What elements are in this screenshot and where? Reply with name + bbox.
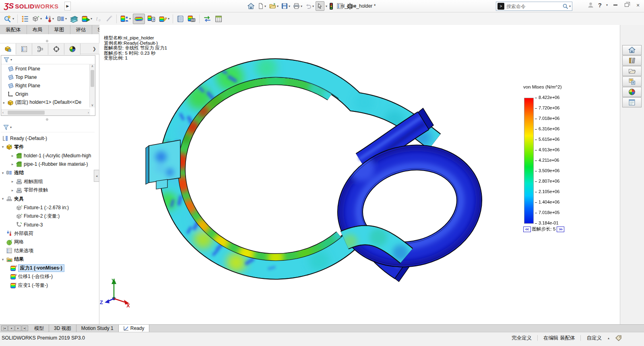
pipe-part[interactable]	[326, 108, 493, 282]
search-caret[interactable]: ▾	[569, 4, 571, 8]
filter-caret[interactable]: ▾	[10, 58, 12, 62]
study-item-fixture-3[interactable]: Fixture-3	[0, 220, 99, 229]
legend-label: 7.018e+06	[539, 116, 559, 121]
tab-featuremanager-tree[interactable]	[0, 43, 16, 55]
tab-motion-study-1[interactable]: Motion Study 1	[76, 325, 119, 332]
taskpane-custom-properties-button[interactable]	[622, 97, 642, 107]
user-account-icon[interactable]	[587, 2, 594, 8]
study-advisor-icon[interactable]: ▾	[2, 14, 15, 24]
status-customize[interactable]: 自定义	[586, 335, 602, 342]
search-input[interactable]	[506, 4, 562, 9]
parameters-icon[interactable]	[214, 14, 223, 24]
new-document-button[interactable]: ▾	[256, 1, 267, 11]
tab-assembly[interactable]: 装配体	[0, 25, 27, 34]
menu-expand-arrow[interactable]: ▶	[64, 2, 71, 10]
study-item-holder[interactable]: ▸ holder-1 (-Acrylic (Medium-high	[0, 151, 99, 160]
study-item-fixture-1[interactable]: Fixture-1 (:-2.678 in:)	[0, 203, 99, 212]
tab-evaluate[interactable]: 评估	[70, 25, 92, 34]
study-item-strain1[interactable]: ε 应变1 (-等量-)	[0, 281, 99, 290]
panel-tabs-overflow[interactable]: ❯	[80, 43, 99, 54]
study-group-parts[interactable]: ▾ ✓ 零件	[0, 143, 99, 152]
tab-study-ready[interactable]: Ready	[119, 325, 150, 332]
next-tab-button[interactable]: ▸	[15, 325, 21, 331]
flyout-horizontal-scrollbar[interactable]: ‹›	[1, 109, 90, 115]
panel-splitter-grip[interactable]	[46, 40, 48, 42]
taskpane-view-palette-button[interactable]	[622, 76, 642, 86]
study-group-external-loads[interactable]: 外部载荷	[0, 229, 99, 238]
tab-model[interactable]: 模型	[29, 325, 49, 332]
study-item-stress1[interactable]: σ 应力1 (-vonMises-)	[0, 264, 99, 273]
help-caret[interactable]: ▾	[606, 3, 608, 7]
print-button[interactable]: ▾	[292, 1, 303, 11]
offloaded-simulation-icon[interactable]	[202, 14, 213, 24]
tree-splitter-grip[interactable]	[46, 118, 48, 121]
tab-sketch[interactable]: 草图	[49, 25, 70, 34]
tree-item-front-plane[interactable]: Front Plane	[1, 64, 95, 73]
study-item-displacement1[interactable]: u 位移1 (-合位移-)	[0, 272, 99, 281]
filter-funnel-icon[interactable]	[2, 124, 10, 131]
study-item-component-contact[interactable]: ▸ 零部件接触	[0, 186, 99, 195]
study-group-results[interactable]: ▾ 结果	[0, 255, 99, 264]
tree-item-origin[interactable]: Origin	[1, 90, 95, 98]
plot-tools-icon[interactable]: ▾	[158, 14, 170, 24]
restore-button[interactable]	[623, 2, 630, 8]
taskpane-design-library-button[interactable]	[622, 56, 642, 66]
legend-label: 3.184e-01	[539, 220, 559, 225]
command-search[interactable]: > ▾	[496, 2, 572, 11]
study-item-pipe[interactable]: ▸ pipe-1 (-Rubber like material-)	[0, 160, 99, 169]
last-tab-button[interactable]: ▸|	[22, 325, 28, 331]
results-advisor-icon[interactable]: ▾	[119, 14, 132, 24]
connections-advisor-icon[interactable]: ▾	[56, 14, 68, 24]
taskpane-home-button[interactable]	[622, 45, 642, 55]
study-root[interactable]: Ready (-Default-)	[0, 134, 99, 143]
tab-propertymanager[interactable]	[16, 43, 32, 55]
step-next-button[interactable]: >>	[557, 227, 564, 232]
plot-results-icon[interactable]	[133, 14, 145, 24]
tab-layout[interactable]: 布局	[27, 25, 49, 34]
study-group-connections[interactable]: ▾ 连结	[0, 169, 99, 177]
taskpane-file-explorer-button[interactable]	[622, 66, 642, 76]
study-item-contact-sets[interactable]: ▸ 相触面组	[0, 177, 99, 186]
panel-collapse-button[interactable]: ◂	[94, 170, 99, 182]
minimize-button[interactable]	[612, 2, 619, 8]
tab-displaymanager[interactable]	[64, 43, 80, 55]
filter-funnel-icon[interactable]	[3, 57, 10, 63]
tree-item-holder-component[interactable]: ▸ (固定) holder<1> (Default<<De	[1, 98, 95, 107]
3d-model[interactable]: Y X Z	[99, 25, 620, 324]
close-button[interactable]: ×	[634, 2, 642, 8]
customize-caret[interactable]: ▴	[608, 336, 609, 340]
tree-item-right-plane[interactable]: Right Plane	[1, 81, 95, 90]
include-image-icon[interactable]	[186, 14, 197, 24]
study-group-mesh[interactable]: ✓ 网格	[0, 238, 99, 247]
compare-results-icon[interactable]: ?	[146, 14, 157, 24]
help-button[interactable]: ?	[598, 2, 602, 8]
status-tag-icon[interactable]	[615, 335, 622, 341]
previous-tab-button[interactable]: ◂	[8, 325, 14, 331]
search-icon[interactable]	[562, 3, 569, 10]
triad-z-label: Z	[100, 299, 103, 305]
study-group-result-options[interactable]: 结果选项	[0, 247, 99, 255]
tab-dimxpertmanager[interactable]	[48, 43, 64, 55]
search-mode-icon[interactable]: >	[497, 3, 504, 10]
run-study-icon[interactable]: ▾	[80, 14, 93, 24]
apply-material-icon[interactable]	[20, 14, 30, 24]
tab-configurationmanager[interactable]	[32, 43, 48, 55]
fixtures-advisor-icon[interactable]: ▾	[31, 14, 43, 24]
fixture-icon	[15, 204, 23, 211]
open-button[interactable]: ▾	[268, 1, 279, 11]
external-loads-advisor-icon[interactable]: ▾	[44, 14, 55, 24]
save-button[interactable]: ▾	[280, 1, 291, 11]
first-tab-button[interactable]: |◂	[1, 325, 8, 331]
shell-manager-icon[interactable]	[69, 14, 79, 24]
tab-3d-views[interactable]: 3D 视图	[49, 325, 76, 332]
report-icon[interactable]	[175, 14, 185, 24]
flyout-vertical-scrollbar[interactable]: ∧∨	[89, 64, 95, 107]
taskpane-appearances-button[interactable]	[622, 87, 642, 97]
filter-caret[interactable]: ▾	[10, 126, 12, 129]
study-item-fixture-2[interactable]: Fixture-2 (:变量:)	[0, 212, 99, 221]
tree-item-top-plane[interactable]: Top Plane	[1, 73, 95, 81]
graphics-viewport[interactable]: 模型名称:nl_pipe_holder 算例名称:Ready(-Default-…	[99, 25, 620, 324]
home-button[interactable]	[246, 1, 256, 11]
step-previous-button[interactable]: <<	[523, 227, 531, 232]
study-group-fixtures[interactable]: ▾ 夹具	[0, 195, 99, 204]
